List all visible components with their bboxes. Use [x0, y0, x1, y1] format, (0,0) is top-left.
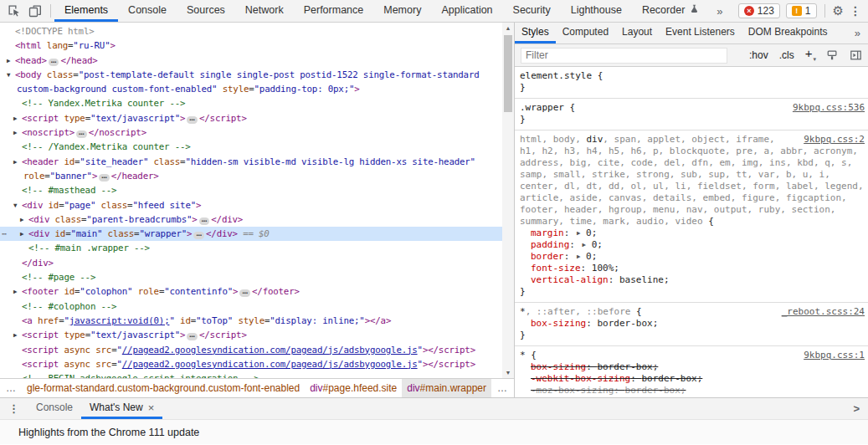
- expand-inline-icon[interactable]: …: [187, 333, 198, 340]
- css-property-value[interactable]: 0: [586, 228, 592, 238]
- expand-arrow-icon[interactable]: ▶: [20, 212, 28, 227]
- breadcrumb-item[interactable]: div#main.wrapper: [402, 379, 491, 397]
- expand-inline-icon[interactable]: …: [99, 174, 110, 182]
- element-classes-button[interactable]: .cls: [779, 49, 794, 61]
- dom-tree-row[interactable]: <a href="javascript:void(0);" id="toTop"…: [0, 314, 502, 328]
- dom-tree-row[interactable]: custom-background custom-font-enabled" s…: [0, 82, 502, 96]
- inspect-element-icon[interactable]: [8, 4, 21, 18]
- tab-elements[interactable]: Elements: [54, 0, 118, 22]
- css-property-name[interactable]: border: [531, 251, 564, 262]
- toggle-computed-sidebar-icon[interactable]: [850, 49, 862, 61]
- rule-selector[interactable]: samp, small, strike, strong, sub, sup, t…: [520, 169, 865, 181]
- sidebar-tab-computed[interactable]: Computed: [556, 23, 615, 43]
- settings-gear-icon[interactable]: ⚙: [833, 3, 844, 18]
- expand-inline-icon[interactable]: …: [76, 130, 87, 138]
- dom-tree-row[interactable]: ▶<script type="text/javascript">…</scrip…: [0, 328, 502, 342]
- scroll-up-icon[interactable]: ▲: [502, 23, 514, 33]
- dom-tree-row[interactable]: <!-- Yandex.Metrika counter -->: [0, 96, 502, 110]
- css-property-value[interactable]: border-box: [625, 385, 681, 396]
- expand-value-icon[interactable]: ▶: [575, 253, 586, 260]
- css-property-name[interactable]: box-sizing: [531, 361, 586, 372]
- dom-tree-row[interactable]: ▼<body class="post-template-default sing…: [0, 68, 502, 82]
- dom-tree-row[interactable]: ▶<footer id="colophon" role="contentinfo…: [0, 284, 502, 299]
- rule-selector[interactable]: summary, time, mark, audio, video {: [520, 216, 865, 228]
- css-declaration[interactable]: box-sizing: border-box;: [520, 318, 865, 330]
- rule-selector[interactable]: article, aside, canvas, details, embed, …: [520, 192, 865, 204]
- expand-inline-icon[interactable]: …: [193, 232, 204, 239]
- rule-selector[interactable]: element.style {: [520, 70, 865, 82]
- stylesheet-link[interactable]: _reboot.scss:24: [782, 306, 865, 318]
- css-property-value[interactable]: baseline: [619, 274, 664, 285]
- css-property-name[interactable]: margin: [531, 228, 564, 238]
- scrollbar-thumb[interactable]: [504, 35, 512, 112]
- css-declaration[interactable]: padding: ▶ 0;: [520, 239, 865, 251]
- more-sidebar-tabs-button[interactable]: »: [847, 23, 868, 43]
- dom-tree-row[interactable]: role="banner">…</header>: [0, 169, 502, 183]
- css-property-name[interactable]: font-size: [531, 263, 581, 274]
- expand-inline-icon[interactable]: …: [187, 116, 198, 124]
- dom-tree-scrollbar[interactable]: ▲ ▼: [502, 23, 514, 378]
- drawer-tab-console[interactable]: Console: [28, 398, 81, 419]
- breadcrumb-overflow[interactable]: …: [0, 379, 22, 397]
- css-property-value[interactable]: border-box: [597, 361, 652, 372]
- dom-tree-row[interactable]: <!-- #page -->: [0, 270, 502, 284]
- dom-tree-row[interactable]: <!-- #colophon -->: [0, 299, 502, 314]
- breadcrumb-overflow[interactable]: …: [491, 379, 513, 397]
- css-property-name[interactable]: padding: [531, 239, 569, 250]
- css-property-value[interactable]: 0: [586, 251, 592, 262]
- css-property-value[interactable]: 100%: [592, 263, 614, 274]
- collapse-arrow-icon[interactable]: ▼: [7, 68, 15, 82]
- customize-devtools-icon[interactable]: ⋮: [850, 4, 861, 18]
- expand-inline-icon[interactable]: …: [49, 59, 59, 66]
- dom-tree-row[interactable]: <script async src="//pagead2.googlesyndi…: [0, 357, 502, 371]
- css-property-value[interactable]: border-box: [641, 373, 696, 384]
- paint-roller-icon[interactable]: [826, 49, 839, 61]
- css-declaration[interactable]: border: ▶ 0;: [520, 251, 865, 263]
- css-property-name[interactable]: -webkit-box-sizing: [531, 373, 630, 384]
- expand-value-icon[interactable]: ▶: [575, 229, 586, 237]
- rule-selector[interactable]: _reboot.scss:24*, ::after, ::before {: [520, 306, 865, 318]
- dom-tree-row[interactable]: <script async src="//pagead2.googlesyndi…: [0, 343, 502, 357]
- dom-tree-row[interactable]: <html lang="ru-RU">: [0, 38, 502, 53]
- sidebar-tab-dom-breakpoints[interactable]: DOM Breakpoints: [742, 23, 835, 43]
- expand-inline-icon[interactable]: …: [199, 217, 210, 225]
- dom-tree-row[interactable]: ▶<script type="text/javascript">…</scrip…: [0, 111, 502, 125]
- scroll-down-icon[interactable]: ▼: [502, 367, 514, 378]
- tab-performance[interactable]: Performance: [294, 0, 374, 22]
- warning-badge[interactable]: ! 1: [786, 3, 817, 18]
- css-property-name[interactable]: box-sizing: [531, 318, 586, 329]
- rule-selector[interactable]: 9kbpq.css:536.wrapper {: [520, 102, 865, 114]
- rule-selector[interactable]: 9kbpq.css:2html, body, div, span, applet…: [520, 134, 865, 146]
- tab-lighthouse[interactable]: Lighthouse: [561, 0, 632, 22]
- tab-security[interactable]: Security: [503, 0, 561, 22]
- sidebar-tab-event-listeners[interactable]: Event Listeners: [659, 23, 742, 43]
- tab-recorder[interactable]: Recorder: [632, 0, 710, 22]
- tab-memory[interactable]: Memory: [373, 0, 431, 22]
- expand-arrow-icon[interactable]: ▶: [13, 125, 22, 140]
- css-declaration[interactable]: font-size: 100%;: [520, 263, 865, 274]
- stylesheet-link[interactable]: 9kbpq.css:2: [804, 134, 865, 146]
- css-declaration[interactable]: vertical-align: baseline;: [520, 274, 865, 286]
- rule-selector[interactable]: center, dl, dt, dd, ol, ul, li, fieldset…: [520, 181, 865, 192]
- expand-value-icon[interactable]: ▶: [581, 241, 592, 248]
- breadcrumb-item[interactable]: gle-format-standard.custom-background.cu…: [22, 379, 305, 397]
- device-toolbar-icon[interactable]: [28, 4, 42, 18]
- more-panels-button[interactable]: »: [710, 0, 729, 22]
- expand-arrow-icon[interactable]: ▶: [7, 54, 15, 68]
- collapse-arrow-icon[interactable]: ▼: [13, 198, 22, 212]
- tab-network[interactable]: Network: [235, 0, 294, 22]
- css-declaration[interactable]: box-sizing: border-box;: [520, 361, 865, 373]
- css-declaration[interactable]: -moz-box-sizing: border-box;: [520, 385, 865, 396]
- expand-arrow-icon[interactable]: ▶: [13, 155, 22, 169]
- drawer-tab-what-s-new[interactable]: What's New×: [81, 398, 162, 419]
- dom-tree-row[interactable]: </div>: [0, 256, 502, 270]
- rule-selector[interactable]: footer, header, hgroup, menu, nav, outpu…: [520, 204, 865, 216]
- drawer-menu-icon[interactable]: ⋮: [0, 398, 28, 419]
- stylesheet-link[interactable]: 9kbpq.css:536: [793, 102, 865, 114]
- dom-tree-row[interactable]: ▶<header id="site_header" class="hidden-…: [0, 155, 502, 169]
- css-declaration[interactable]: -webkit-box-sizing: border-box;: [520, 373, 865, 385]
- new-style-rule-button[interactable]: +▾: [805, 49, 815, 60]
- breadcrumb-item[interactable]: div#page.hfeed.site: [305, 379, 402, 397]
- expand-arrow-icon[interactable]: ▶: [13, 284, 22, 299]
- dom-tree-row[interactable]: ⋯▶<div id="main" class="wrapper">…</div>…: [0, 227, 502, 241]
